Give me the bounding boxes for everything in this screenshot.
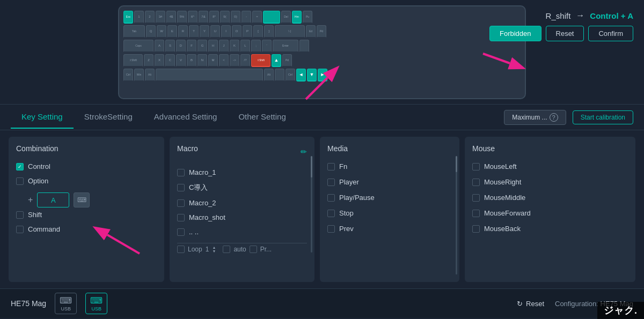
tab-other-setting[interactable]: Other Setting bbox=[228, 106, 296, 129]
usb-inactive-button[interactable]: ⌨ USB bbox=[55, 293, 77, 314]
key-pgup[interactable]: Pu bbox=[303, 11, 312, 24]
key-6[interactable]: 6^ bbox=[188, 11, 197, 24]
key-9[interactable]: 9( bbox=[220, 11, 230, 24]
calibrate-button[interactable]: Start calibration bbox=[573, 110, 633, 124]
combo-option-checkbox[interactable] bbox=[16, 177, 24, 185]
key-semi[interactable]: ; bbox=[251, 40, 261, 53]
loop-spinner[interactable]: ▲ ▼ bbox=[212, 246, 219, 253]
key-x[interactable]: X bbox=[155, 54, 164, 67]
macro-scrollbar[interactable] bbox=[311, 156, 312, 253]
key-tab[interactable]: Tab bbox=[123, 25, 145, 38]
loop-checkbox[interactable] bbox=[177, 246, 185, 253]
key-8[interactable]: 8* bbox=[209, 11, 219, 24]
key-down[interactable]: ▼ bbox=[307, 69, 317, 81]
key-t[interactable]: T bbox=[189, 25, 199, 38]
reset-remap-button[interactable]: Reset bbox=[546, 26, 584, 41]
mouseforward-checkbox[interactable] bbox=[472, 210, 480, 217]
key-m[interactable]: M bbox=[208, 54, 218, 67]
mousemiddle-checkbox[interactable] bbox=[472, 194, 480, 202]
macro-shot-checkbox[interactable] bbox=[177, 214, 185, 221]
key-lalt[interactable]: Alt bbox=[145, 69, 155, 81]
stop-checkbox[interactable] bbox=[327, 210, 335, 217]
key-p[interactable]: P bbox=[243, 25, 252, 38]
key-u[interactable]: U bbox=[210, 25, 220, 38]
key-lshift[interactable]: ⇧Shift bbox=[123, 54, 143, 67]
key-lbracket[interactable]: [ bbox=[253, 25, 263, 38]
key-rshift[interactable]: ⇧Shift bbox=[251, 54, 270, 67]
key-lctrl[interactable]: Ctrl bbox=[123, 69, 133, 81]
key-r[interactable]: R bbox=[178, 25, 188, 38]
key-pgdn2[interactable]: Pd bbox=[282, 54, 292, 67]
macro-scroll-thumb[interactable] bbox=[311, 156, 312, 177]
key-rctrl[interactable]: Ctrl bbox=[286, 69, 295, 81]
macro-1-checkbox[interactable] bbox=[177, 169, 185, 176]
key-w[interactable]: W bbox=[157, 25, 166, 38]
mouseback-checkbox[interactable] bbox=[472, 225, 480, 233]
fn-checkbox[interactable] bbox=[327, 163, 335, 170]
key-lpgup[interactable] bbox=[299, 40, 309, 53]
key-up[interactable]: ▲ bbox=[272, 54, 281, 67]
key-slash[interactable]: /? bbox=[240, 54, 250, 67]
key-quote[interactable]: ' bbox=[262, 40, 272, 53]
key-c[interactable]: C bbox=[165, 54, 175, 67]
combo-control-checkbox[interactable] bbox=[16, 163, 24, 170]
help-icon[interactable]: ? bbox=[550, 113, 558, 122]
key-o[interactable]: O bbox=[232, 25, 241, 38]
macro-extra-checkbox[interactable] bbox=[177, 228, 185, 236]
key-7[interactable]: 7& bbox=[199, 11, 208, 24]
key-caps[interactable]: Caps bbox=[123, 40, 153, 53]
key-minus[interactable]: - bbox=[241, 11, 251, 24]
key-4[interactable]: 4$ bbox=[166, 11, 176, 24]
player-checkbox[interactable] bbox=[327, 179, 335, 186]
key-e[interactable]: E bbox=[167, 25, 177, 38]
key-3[interactable]: 3# bbox=[156, 11, 165, 24]
key-v[interactable]: V bbox=[176, 54, 186, 67]
key-space[interactable] bbox=[156, 69, 263, 81]
key-right[interactable]: ► bbox=[318, 69, 327, 81]
key-g[interactable]: G bbox=[197, 40, 207, 53]
key-equal[interactable]: = bbox=[252, 11, 262, 24]
confirm-button[interactable]: Confirm bbox=[588, 26, 633, 41]
pr-checkbox[interactable] bbox=[250, 246, 257, 253]
key-2[interactable]: 2 bbox=[145, 11, 155, 24]
key-fn[interactable] bbox=[275, 69, 284, 81]
key-s[interactable]: S bbox=[165, 40, 175, 53]
key-enter[interactable]: Enter bbox=[273, 40, 298, 53]
combo-command-checkbox[interactable] bbox=[16, 226, 24, 233]
media-scroll-thumb[interactable] bbox=[456, 156, 457, 172]
usb-active-button[interactable]: ⌨ USB bbox=[85, 293, 107, 314]
key-period[interactable]: -> bbox=[230, 54, 239, 67]
auto-checkbox[interactable] bbox=[223, 246, 230, 253]
edit-icon[interactable]: ✏ bbox=[301, 147, 307, 156]
key-0[interactable]: 0) bbox=[231, 11, 240, 24]
maximum-button[interactable]: Maximum ... ? bbox=[504, 110, 566, 125]
key-n[interactable]: N bbox=[197, 54, 207, 67]
key-l[interactable]: L bbox=[240, 40, 250, 53]
key-5[interactable]: 5% bbox=[177, 11, 187, 24]
key-1[interactable]: 1 bbox=[134, 11, 144, 24]
combo-shift-checkbox[interactable] bbox=[16, 211, 24, 219]
prev-checkbox[interactable] bbox=[327, 225, 335, 233]
key-rbracket[interactable]: ] bbox=[264, 25, 274, 38]
key-b[interactable]: B bbox=[187, 54, 196, 67]
macro-3-checkbox[interactable] bbox=[177, 199, 185, 207]
key-q[interactable]: Q bbox=[146, 25, 156, 38]
key-f[interactable]: F bbox=[187, 40, 196, 53]
playpause-checkbox[interactable] bbox=[327, 194, 335, 202]
key-esc[interactable]: Esc bbox=[123, 11, 133, 24]
key-home[interactable]: Hm bbox=[292, 11, 302, 24]
keyboard-picker-button[interactable]: ⌨ bbox=[74, 192, 90, 207]
key-pgdn[interactable]: Pd bbox=[317, 25, 326, 38]
tab-stroke-setting[interactable]: StrokeSetting bbox=[74, 106, 143, 129]
key-comma[interactable]: < bbox=[219, 54, 229, 67]
media-scrollbar[interactable] bbox=[456, 156, 457, 275]
key-a[interactable]: A bbox=[155, 40, 164, 53]
key-i[interactable]: I bbox=[221, 25, 231, 38]
key-input-field[interactable] bbox=[37, 192, 69, 207]
key-z[interactable]: Z bbox=[144, 54, 153, 67]
key-del[interactable]: Del bbox=[281, 11, 291, 24]
key-bs[interactable] bbox=[263, 11, 280, 24]
key-end[interactable]: Ed bbox=[306, 25, 316, 38]
mouseright-checkbox[interactable] bbox=[472, 179, 480, 186]
key-alt2[interactable]: Alt bbox=[264, 69, 274, 81]
